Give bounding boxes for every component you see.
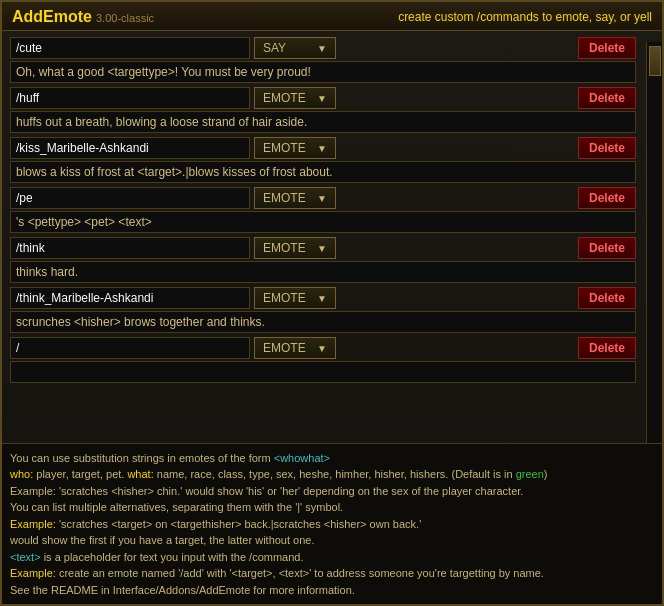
footer-line1: You can use substitution strings in emot… — [10, 450, 654, 467]
footer-who-text: player, target, pet. — [33, 468, 127, 480]
footer-whowhat: <whowhat> — [274, 452, 330, 464]
emote-top-5: EMOTE ▼ Delete — [10, 287, 636, 309]
type-label-4: EMOTE — [263, 241, 306, 255]
type-label-0: SAY — [263, 41, 286, 55]
emote-top-3: EMOTE ▼ Delete — [10, 187, 636, 209]
text-input-0[interactable] — [10, 61, 636, 83]
type-label-2: EMOTE — [263, 141, 306, 155]
footer-line8: Example: create an emote named '/add' wi… — [10, 565, 654, 582]
text-input-4[interactable] — [10, 261, 636, 283]
delete-button-6[interactable]: Delete — [578, 337, 636, 359]
delete-button-1[interactable]: Delete — [578, 87, 636, 109]
type-button-3[interactable]: EMOTE ▼ — [254, 187, 336, 209]
emote-top-6: EMOTE ▼ Delete — [10, 337, 636, 359]
command-input-4[interactable] — [10, 237, 250, 259]
main-window: AddEmote 3.00-classic create custom /com… — [0, 0, 664, 606]
emote-row-1: EMOTE ▼ Delete — [10, 87, 636, 133]
footer-readme: See the README in Interface/Addons/AddEm… — [10, 584, 355, 596]
footer-line2: who: player, target, pet. what: name, ra… — [10, 466, 654, 483]
emote-top-4: EMOTE ▼ Delete — [10, 237, 636, 259]
delete-button-0[interactable]: Delete — [578, 37, 636, 59]
command-input-0[interactable] — [10, 37, 250, 59]
type-arrow-1: ▼ — [317, 93, 327, 104]
type-arrow-2: ▼ — [317, 143, 327, 154]
type-button-6[interactable]: EMOTE ▼ — [254, 337, 336, 359]
footer-who-label: who: — [10, 468, 33, 480]
delete-button-5[interactable]: Delete — [578, 287, 636, 309]
emote-entries: SAY ▼ Delete EMOTE ▼ Delete — [2, 31, 644, 389]
emote-top-1: EMOTE ▼ Delete — [10, 87, 636, 109]
title-bar: AddEmote 3.00-classic create custom /com… — [2, 2, 662, 31]
footer-line6: would show the first if you have a targe… — [10, 532, 654, 549]
emote-row-5: EMOTE ▼ Delete — [10, 287, 636, 333]
command-input-5[interactable] — [10, 287, 250, 309]
footer-close-paren: ) — [544, 468, 548, 480]
footer-what-text: name, race, class, type, sex, heshe, him… — [154, 468, 516, 480]
footer-line7: <text> is a placeholder for text you inp… — [10, 549, 654, 566]
emote-row-6: EMOTE ▼ Delete — [10, 337, 636, 383]
text-input-5[interactable] — [10, 311, 636, 333]
text-input-3[interactable] — [10, 211, 636, 233]
text-input-6[interactable] — [10, 361, 636, 383]
footer-example2-text: 'scratches <target> on <targethisher> ba… — [56, 518, 421, 530]
type-arrow-5: ▼ — [317, 293, 327, 304]
type-label-3: EMOTE — [263, 191, 306, 205]
delete-button-4[interactable]: Delete — [578, 237, 636, 259]
footer-what-label: what: — [127, 468, 153, 480]
emote-row-0: SAY ▼ Delete — [10, 37, 636, 83]
type-button-0[interactable]: SAY ▼ — [254, 37, 336, 59]
type-label-6: EMOTE — [263, 341, 306, 355]
footer: You can use substitution strings in emot… — [2, 443, 662, 605]
emote-top-2: EMOTE ▼ Delete — [10, 137, 636, 159]
command-input-1[interactable] — [10, 87, 250, 109]
type-button-1[interactable]: EMOTE ▼ — [254, 87, 336, 109]
type-arrow-6: ▼ — [317, 343, 327, 354]
addon-version: 3.00-classic — [96, 12, 154, 24]
footer-line4: You can list multiple alternatives, sepa… — [10, 499, 654, 516]
command-input-2[interactable] — [10, 137, 250, 159]
footer-example3-label: Example: — [10, 567, 56, 579]
title-left: AddEmote 3.00-classic — [12, 8, 154, 26]
footer-text-tag: <text> — [10, 551, 41, 563]
footer-line1-text: You can use substitution strings in emot… — [10, 452, 274, 464]
type-button-5[interactable]: EMOTE ▼ — [254, 287, 336, 309]
emote-row-2: EMOTE ▼ Delete — [10, 137, 636, 183]
scroll-thumb[interactable] — [649, 46, 661, 76]
footer-example2-label: Example: — [10, 518, 56, 530]
type-label-1: EMOTE — [263, 91, 306, 105]
addon-description: create custom /commands to emote, say, o… — [398, 10, 652, 24]
emote-row-4: EMOTE ▼ Delete — [10, 237, 636, 283]
command-input-6[interactable] — [10, 337, 250, 359]
footer-example3-text: create an emote named '/add' with '<targ… — [56, 567, 544, 579]
footer-line5: Example: 'scratches <target> on <targeth… — [10, 516, 654, 533]
delete-button-2[interactable]: Delete — [578, 137, 636, 159]
command-input-3[interactable] — [10, 187, 250, 209]
emote-top-0: SAY ▼ Delete — [10, 37, 636, 59]
scrollbar[interactable] — [646, 42, 662, 462]
footer-line9: See the README in Interface/Addons/AddEm… — [10, 582, 654, 599]
text-input-1[interactable] — [10, 111, 636, 133]
emote-list: SAY ▼ Delete EMOTE ▼ Delete — [2, 31, 662, 389]
addon-title: AddEmote — [12, 8, 92, 26]
footer-pipe-note: You can list multiple alternatives, sepa… — [10, 501, 343, 513]
footer-line6-text: would show the first if you have a targe… — [10, 534, 315, 546]
footer-green-text: green — [516, 468, 544, 480]
footer-example1: Example: 'scratches <hisher> chin.' woul… — [10, 485, 523, 497]
type-button-2[interactable]: EMOTE ▼ — [254, 137, 336, 159]
type-arrow-3: ▼ — [317, 193, 327, 204]
type-arrow-4: ▼ — [317, 243, 327, 254]
text-input-2[interactable] — [10, 161, 636, 183]
footer-text-desc: is a placeholder for text you input with… — [41, 551, 304, 563]
delete-button-3[interactable]: Delete — [578, 187, 636, 209]
type-arrow-0: ▼ — [317, 43, 327, 54]
footer-line3: Example: 'scratches <hisher> chin.' woul… — [10, 483, 654, 500]
emote-row-3: EMOTE ▼ Delete — [10, 187, 636, 233]
type-button-4[interactable]: EMOTE ▼ — [254, 237, 336, 259]
type-label-5: EMOTE — [263, 291, 306, 305]
